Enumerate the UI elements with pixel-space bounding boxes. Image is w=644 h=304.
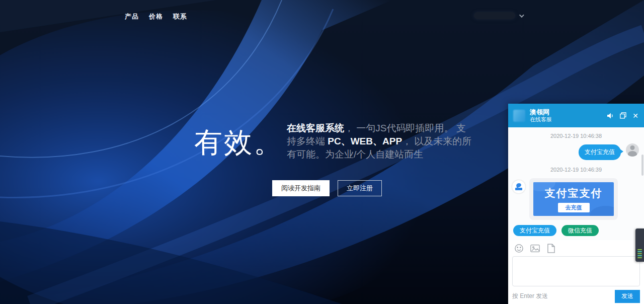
close-icon[interactable]: ✕: [632, 112, 639, 119]
chat-title: 澳领网: [530, 108, 552, 116]
agent-avatar-logo: [512, 180, 525, 193]
dock-stripe: [637, 257, 642, 258]
nav-item-products[interactable]: 产品: [125, 12, 139, 21]
alipay-banner-title: 支付宝支付: [545, 186, 603, 200]
register-button[interactable]: 立即注册: [338, 180, 382, 196]
chat-subtitle: 在线客服: [530, 116, 552, 123]
outgoing-message-bubble: 支付宝充值: [579, 144, 621, 160]
go-recharge-button[interactable]: 去充值: [558, 203, 590, 212]
agent-logo-mark: [516, 183, 522, 188]
payment-card-bubble: 支付宝支付 去充值: [529, 178, 618, 220]
chat-message-area[interactable]: 2020-12-19 10:46:38 支付宝充值 2020-12-19 10:…: [508, 127, 644, 240]
nav-item-contact[interactable]: 联系: [173, 12, 187, 21]
account-name-redacted: [474, 12, 515, 19]
outgoing-message-row: 支付宝充值: [512, 143, 640, 160]
dock-stripe: [637, 255, 642, 256]
chat-scrollbar-thumb[interactable]: [641, 155, 643, 176]
side-dock-tab[interactable]: [635, 229, 644, 262]
chat-header: 澳领网 在线客服 ✕: [508, 104, 644, 127]
volume-icon[interactable]: [607, 112, 614, 119]
chat-widget: 澳领网 在线客服 ✕ 2020-12-19 10:46:38 支付宝充值 202…: [508, 104, 644, 304]
chat-logo: [513, 110, 525, 122]
dock-stripe: [637, 249, 642, 250]
restore-window-icon[interactable]: [619, 112, 626, 119]
hero-cta-row: 阅读开发指南 立即注册: [272, 180, 382, 196]
dock-stripe: [637, 251, 642, 252]
alipay-banner[interactable]: 支付宝支付 去充值: [533, 182, 614, 216]
hero-description: 在线客服系统， 一句JS代码即插即用。 支持多终端 PC、WEB、APP， 以及…: [287, 122, 475, 161]
account-menu[interactable]: [474, 12, 523, 19]
quick-reply-row: 支付宝充值 微信充值: [512, 223, 640, 237]
composer-toolbar: [508, 240, 644, 255]
quick-reply-alipay[interactable]: 支付宝充值: [513, 225, 556, 236]
enter-to-send-hint: 按 Enter 发送: [512, 292, 548, 300]
send-button[interactable]: 发送: [615, 290, 640, 303]
chat-footer: 按 Enter 发送 发送: [508, 288, 644, 304]
quick-reply-wechat[interactable]: 微信充值: [561, 225, 599, 236]
top-nav: 产品 价格 联系: [125, 12, 187, 21]
hero-desc-em-3: PC、WEB、APP: [328, 136, 402, 146]
user-avatar-icon: [626, 143, 639, 157]
message-input[interactable]: [512, 256, 640, 286]
read-dev-guide-button[interactable]: 阅读开发指南: [272, 180, 330, 196]
dock-stripe: [637, 253, 642, 254]
chat-header-icons: ✕: [607, 112, 639, 119]
chat-titles: 澳领网 在线客服: [530, 108, 552, 123]
landing-page: 产品 价格 联系 有效。 在线客服系统， 一句JS代码即插即用。 支持多终端 P…: [0, 0, 644, 304]
hero-desc-em-1: 在线客服系统: [287, 123, 344, 133]
emoji-icon[interactable]: [514, 244, 524, 253]
agent-logo-textbar: [515, 188, 522, 190]
file-icon[interactable]: [546, 244, 556, 253]
message-timestamp: 2020-12-19 10:46:39: [512, 167, 640, 173]
image-icon[interactable]: [530, 244, 540, 253]
message-timestamp: 2020-12-19 10:46:38: [512, 133, 640, 139]
incoming-message-row: 支付宝支付 去充值: [512, 178, 640, 220]
nav-item-pricing[interactable]: 价格: [149, 12, 163, 21]
composer: [508, 255, 644, 288]
hero-headline: 有效。: [194, 124, 283, 162]
